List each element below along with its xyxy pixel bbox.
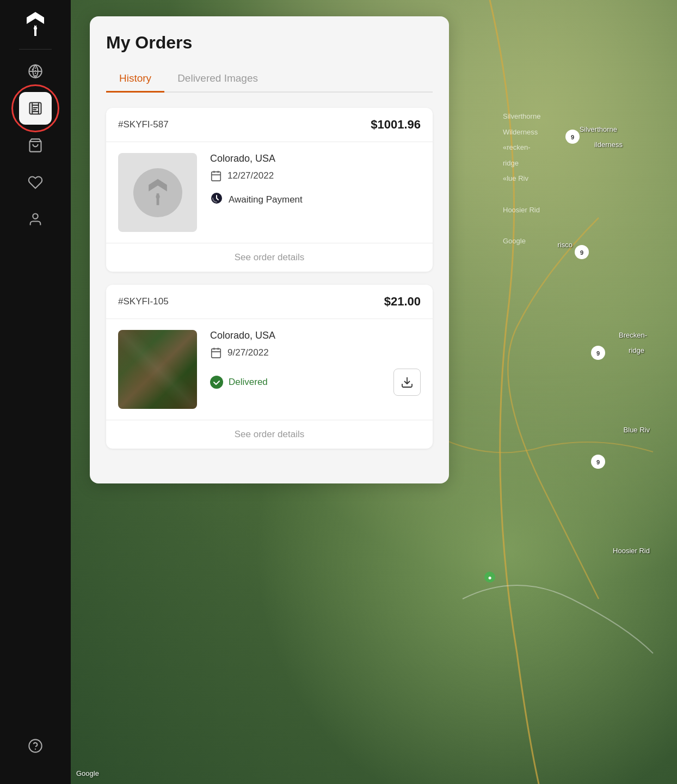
order-status-105: Delivered xyxy=(210,369,421,396)
sidebar-item-profile[interactable] xyxy=(19,203,52,236)
order-location-587: Colorado, USA xyxy=(210,153,421,164)
download-button-105[interactable] xyxy=(393,369,421,396)
svg-point-10 xyxy=(34,27,37,30)
svg-point-17 xyxy=(32,111,33,112)
order-header-587: #SKYFI-587 $1001.96 xyxy=(106,108,433,142)
svg-point-18 xyxy=(38,111,39,112)
order-price-587: $1001.96 xyxy=(371,118,421,132)
order-body-587: Colorado, USA 12/27/2022 xyxy=(106,142,433,243)
order-card-105: #SKYFI-105 $21.00 Colorado, USA 9/27/202… xyxy=(106,285,433,449)
order-date-587: 12/27/2022 xyxy=(210,170,421,182)
sidebar-item-globe[interactable] xyxy=(19,55,52,88)
calendar-icon-105 xyxy=(210,347,222,359)
order-id-587: #SKYFI-587 xyxy=(118,119,169,130)
map-label-blueriver: Blue Riv xyxy=(624,426,650,434)
map-label-wilderness: ilderness xyxy=(594,140,623,149)
see-details-105[interactable]: See order details xyxy=(235,429,305,439)
sidebar-item-wishlist[interactable] xyxy=(19,166,52,199)
status-icon-delivered xyxy=(210,376,223,389)
panel-title: My Orders xyxy=(106,33,433,53)
order-header-105: #SKYFI-105 $21.00 xyxy=(106,285,433,319)
check-icon xyxy=(213,378,220,386)
satellite-image-105 xyxy=(118,330,197,409)
svg-text:9: 9 xyxy=(580,249,583,256)
status-icon-awaiting xyxy=(210,192,223,207)
map-label-breckenridge2: ridge xyxy=(629,346,644,354)
order-card-587: #SKYFI-587 $1001.96 Colorado, USA xyxy=(106,108,433,272)
svg-point-20 xyxy=(33,214,38,219)
svg-text:9: 9 xyxy=(571,134,574,140)
map-label-silverthorne: Silverthorne xyxy=(580,125,617,133)
svg-rect-29 xyxy=(212,349,221,358)
svg-point-21 xyxy=(29,739,41,752)
order-date-text-105: 9/27/2022 xyxy=(227,347,269,358)
orders-panel: My Orders History Delivered Images #SKYF… xyxy=(90,16,449,483)
map-label-breckenridge: Brecken- xyxy=(619,331,647,339)
order-location-105: Colorado, USA xyxy=(210,330,421,341)
order-price-105: $21.00 xyxy=(384,295,421,309)
svg-point-4 xyxy=(591,346,605,360)
map-label-frisco: risco xyxy=(558,241,573,249)
sidebar-item-orders[interactable] xyxy=(19,92,52,125)
svg-point-2 xyxy=(575,245,589,259)
sidebar-item-help[interactable] xyxy=(19,730,52,762)
order-thumbnail-105 xyxy=(118,330,197,409)
svg-text:●: ● xyxy=(488,574,491,581)
svg-point-23 xyxy=(156,194,159,198)
order-footer-105: See order details xyxy=(106,420,433,449)
placeholder-logo xyxy=(133,168,182,217)
order-date-105: 9/27/2022 xyxy=(210,347,421,359)
sidebar-divider xyxy=(19,49,52,50)
svg-point-0 xyxy=(565,130,580,144)
order-status-587: Awaiting Payment xyxy=(210,192,421,207)
tab-history[interactable]: History xyxy=(106,66,164,93)
status-label-587: Awaiting Payment xyxy=(229,194,303,205)
svg-rect-14 xyxy=(32,105,39,112)
google-label: Google xyxy=(76,769,99,777)
svg-text:9: 9 xyxy=(596,459,600,465)
calendar-icon-587 xyxy=(210,170,222,182)
sidebar-item-cart[interactable] xyxy=(19,129,52,162)
svg-point-16 xyxy=(38,105,39,106)
svg-point-15 xyxy=(32,105,33,106)
svg-point-12 xyxy=(32,69,34,71)
status-label-105: Delivered xyxy=(229,377,268,388)
order-date-text-587: 12/27/2022 xyxy=(227,170,274,181)
map-label-hoosier: Hoosier Rid xyxy=(613,547,650,555)
order-id-105: #SKYFI-105 xyxy=(118,296,169,307)
see-details-587[interactable]: See order details xyxy=(235,252,305,262)
tabs: History Delivered Images xyxy=(106,66,433,93)
order-body-105: Colorado, USA 9/27/2022 xyxy=(106,319,433,420)
order-details-587: Colorado, USA 12/27/2022 xyxy=(210,153,421,207)
tab-delivered-images[interactable]: Delivered Images xyxy=(164,66,271,93)
svg-rect-24 xyxy=(212,172,221,181)
sidebar xyxy=(0,0,71,784)
order-details-105: Colorado, USA 9/27/2022 xyxy=(210,330,421,396)
svg-text:9: 9 xyxy=(596,350,600,357)
sidebar-bottom xyxy=(19,730,52,773)
sidebar-nav xyxy=(19,55,52,730)
order-thumbnail-587 xyxy=(118,153,197,232)
app-logo[interactable] xyxy=(22,11,49,38)
download-icon xyxy=(401,376,414,389)
svg-rect-13 xyxy=(30,103,41,114)
order-footer-587: See order details xyxy=(106,243,433,272)
